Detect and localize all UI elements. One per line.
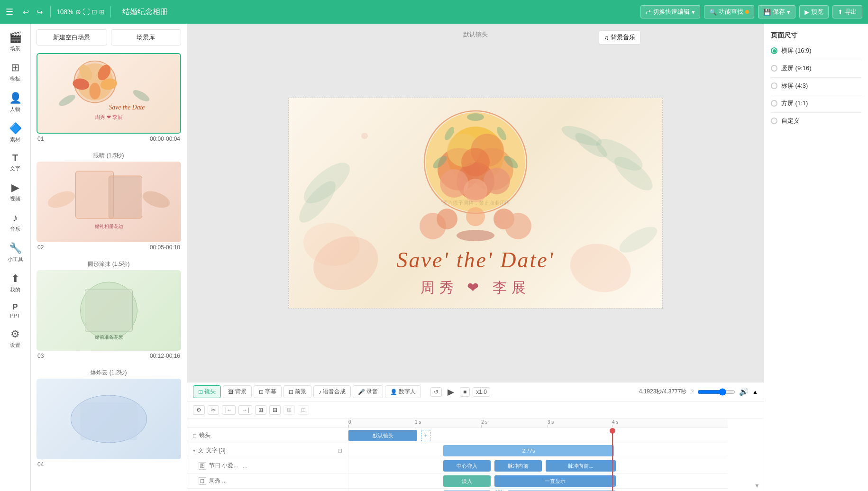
canvas-sub-text: 周秀 ❤ 李展	[289, 278, 662, 298]
scroll-down-icon[interactable]: ▼	[754, 482, 760, 489]
prev-frame-button[interactable]: ⊞	[255, 405, 266, 415]
tab-tts[interactable]: ♪ 语音合成	[313, 385, 351, 398]
fullscreen-icon[interactable]: ⛶	[83, 8, 90, 16]
canvas-flowers-bottom	[404, 202, 547, 245]
sidebar-icons: 🎬 场景 ⊞ 模板 👤 人物 🔷 素材 T 文字 ▶ 视频 ♪ 音乐 🔧	[0, 24, 31, 491]
timeline-tracks[interactable]: 0 1 s 2 s 3 s 4 s	[348, 418, 764, 491]
svg-point-9	[57, 92, 77, 108]
tl-add-lens[interactable]: +	[421, 430, 430, 441]
front-icon: ⊡	[289, 389, 293, 395]
music-note-icon: ♫	[604, 34, 609, 41]
chevron-down-icon: ▾	[692, 9, 695, 16]
zoom-controls: 108% ⊕ ⛶ ⊡ ⊞	[56, 8, 105, 16]
mine-icon: ⬆	[11, 273, 19, 285]
svg-point-22	[293, 176, 341, 227]
paste-button[interactable]: ⊡	[298, 405, 309, 415]
right-actions: ⇄ 切换快速编辑 ▾ 🔍 功能查找 💾 保存 ▾ ▶ 预览 ⬆ 导出	[640, 5, 862, 18]
tl-block-text1-1[interactable]: 中心弹入	[443, 460, 491, 472]
timeline-ruler: 0 1 s 2 s 3 s 4 s	[348, 418, 728, 428]
zoom-in-icon[interactable]: ⊕	[75, 8, 81, 16]
sidebar-item-music[interactable]: ♪ 音乐	[2, 208, 28, 236]
timeline-rows: 默认镜头 + 2.77s 中心弹入	[348, 428, 728, 491]
feature-search-button[interactable]: 🔍 功能查找	[704, 5, 754, 18]
tab-record[interactable]: 🎤 录音	[353, 385, 383, 398]
text1-more[interactable]: ...	[243, 463, 247, 469]
subtitle-icon: ⊡	[259, 389, 264, 395]
radio-landscape[interactable]: 横屏 (16:9)	[771, 46, 861, 55]
filter-button[interactable]: ⚙	[193, 405, 205, 415]
sidebar-item-ppt[interactable]: P PPT	[2, 299, 28, 322]
undo-button[interactable]: ↩	[21, 7, 31, 18]
radio-portrait-circle	[771, 65, 777, 72]
sidebar-item-template[interactable]: ⊞ 模板	[2, 58, 28, 86]
tab-bg[interactable]: 🖼 背景	[223, 385, 252, 398]
tl-block-text1-3[interactable]: 脉冲向前...	[546, 460, 616, 472]
timeline-expand-icon[interactable]: ▲	[752, 389, 758, 395]
canvas-frame[interactable]: '图片添子凋格，禁止商业用语	[288, 98, 663, 309]
radio-standard[interactable]: 标屏 (4:3)	[771, 82, 861, 90]
svg-point-29	[559, 122, 604, 150]
record-icon: 🎤	[358, 389, 365, 395]
music-icon: ♪	[13, 212, 18, 224]
svg-point-43	[461, 148, 490, 176]
tab-lens[interactable]: ⊡ 镜头	[193, 385, 221, 398]
split-button[interactable]: ✂	[208, 405, 219, 415]
scene-item-02[interactable]: 婚礼相册花边 02 00:05-00:10	[37, 162, 181, 253]
redo-button[interactable]: ↪	[35, 7, 45, 18]
digital-icon: 👤	[390, 389, 397, 395]
sidebar-item-video[interactable]: ▶ 视频	[2, 178, 28, 206]
timeline-labels: □ 镜头 ▾ 文 文字 [3] ⊡ 图 节日 小爱... ...	[187, 418, 348, 491]
ruler-3s: 3 s	[548, 419, 554, 425]
sidebar-item-material[interactable]: 🔷 素材	[2, 118, 28, 147]
play-button[interactable]: ▶	[445, 386, 457, 398]
radio-portrait[interactable]: 竖屏 (9:16)	[771, 64, 861, 73]
crop-icon[interactable]: ⊞	[99, 8, 105, 16]
tl-block-default-lens[interactable]: 默认镜头	[348, 430, 417, 441]
fit-icon[interactable]: ⊡	[91, 8, 97, 16]
save-button[interactable]: 💾 保存 ▾	[758, 5, 795, 18]
sidebar-item-mine[interactable]: ⬆ 我的	[2, 269, 28, 297]
right-panel-title: 页面尺寸	[771, 31, 861, 40]
volume-slider[interactable]	[697, 388, 735, 396]
tab-front[interactable]: ⊡ 前景	[283, 385, 311, 398]
tl-block-text2-2[interactable]: 一直显示	[494, 475, 616, 487]
timeline-tabs: ⊡ 镜头 🖼 背景 ⊡ 字幕 ⊡ 前景 ♪ 语音合成	[187, 382, 764, 401]
sidebar-item-scene[interactable]: 🎬 场景	[2, 27, 28, 56]
scene-lib-button[interactable]: 场景库	[111, 29, 182, 45]
text2-icon: 口	[199, 477, 206, 485]
stop-button[interactable]: ■	[460, 387, 470, 397]
scene-item-04[interactable]: 04	[37, 379, 181, 470]
scene-label-03: 圆形涂抹 (1.5秒)	[37, 258, 181, 270]
sidebar-item-person[interactable]: 👤 人物	[2, 88, 28, 117]
export-button[interactable]: ⬆ 导出	[832, 5, 862, 18]
align-left-button[interactable]: |←	[222, 405, 236, 415]
scene-item-01[interactable]: Save the Date 周秀 ❤ 李展 01 00:00-00:04	[37, 53, 181, 144]
timeline-row-label-text-group[interactable]: ▾ 文 文字 [3] ⊡	[187, 443, 348, 458]
speed-display[interactable]: x1.0	[473, 387, 490, 397]
sidebar-item-settings[interactable]: ⚙ 设置	[2, 324, 28, 353]
tab-digital[interactable]: 👤 数字人	[385, 385, 421, 398]
copy-button[interactable]: ⊞	[283, 405, 295, 415]
scene-item-03[interactable]: 婚前准备花絮 03 00:12-00:16	[37, 270, 181, 361]
reset-button[interactable]: ↺	[430, 387, 442, 397]
scene-info-02: 02 00:05-00:10	[37, 242, 181, 253]
sidebar-item-text[interactable]: T 文字	[2, 149, 28, 176]
tl-block-text1-2[interactable]: 脉冲向前	[494, 460, 542, 472]
next-frame-button[interactable]: ⊟	[269, 405, 281, 415]
new-scene-button[interactable]: 新建空白场景	[37, 29, 107, 45]
menu-icon[interactable]: ☰	[6, 7, 13, 17]
switch-edit-button[interactable]: ⇄ 切换快速编辑 ▾	[640, 5, 700, 18]
tl-block-text2-1[interactable]: 淡入	[443, 475, 491, 487]
bg-music-button[interactable]: ♫ 背景音乐	[599, 30, 640, 45]
svg-point-46	[464, 179, 487, 202]
radio-square[interactable]: 方屏 (1:1)	[771, 99, 861, 108]
scene-info-01: 01 00:00-00:04	[37, 134, 181, 144]
preview-button[interactable]: ▶ 预览	[799, 5, 829, 18]
align-right-button[interactable]: →|	[238, 405, 252, 415]
tl-block-text-group[interactable]: 2.77s	[443, 445, 614, 456]
tab-subtitle[interactable]: ⊡ 字幕	[254, 385, 282, 398]
text-group-sync-icon[interactable]: ⊡	[338, 447, 342, 454]
svg-point-45	[484, 168, 510, 194]
radio-custom[interactable]: 自定义	[771, 117, 861, 125]
sidebar-item-tool[interactable]: 🔧 小工具	[2, 238, 28, 267]
